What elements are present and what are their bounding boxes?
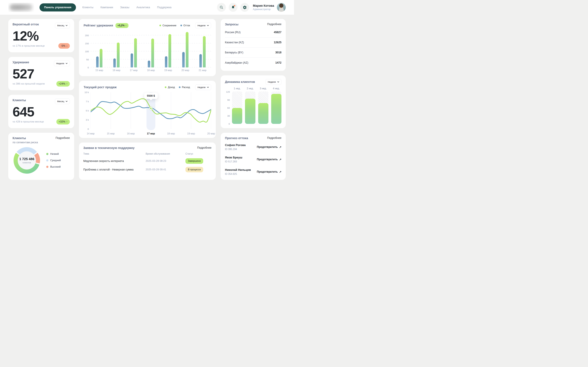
bar-group [108,31,125,67]
more-link[interactable]: Подробнее [56,136,70,140]
period-select[interactable]: Месяц [55,99,70,104]
arrow-up-icon: ↑ [125,24,127,27]
more-link[interactable]: Подробнее [267,136,281,140]
period-select[interactable]: Месяц [55,23,70,28]
card-subtitle: по сегментам риска [13,141,70,144]
x-tick-label: 18 мар [167,132,175,135]
nav-item-заказы[interactable]: Заказы [120,6,130,9]
support-table: Тема Время обслуживания Статус Медленная… [83,152,211,172]
churn-bar [182,52,185,67]
y-tick-label: 0 [229,123,230,125]
delta-badge: +24%↑ [56,81,70,87]
col-time: Время обслуживания [146,152,185,155]
prevent-label: Предотвратить [257,158,278,161]
period-select[interactable]: Неделя [195,84,211,90]
chart-tooltip: 5500 $ [144,93,158,99]
notifications-button[interactable] [229,3,237,12]
list-item: Казахстан (KZ)12625 [225,37,281,48]
nav-item-кампании[interactable]: Кампании [100,6,113,9]
x-tick-label: 19 мар [160,69,177,72]
period-value: Неделя [268,81,276,83]
prevent-link[interactable]: Предотвратить↗ [257,145,281,149]
y-axis: 050100150200 [84,31,91,67]
legend-item-income: Доход [165,86,175,89]
search-button[interactable] [217,3,226,12]
kpi-card-clients: Клиенты Месяц 645 vs 428 в прошлом месяц… [8,95,74,128]
list-item: Азербайджан (AZ)1472 [225,58,281,68]
legend-item-retention: Сохранение [159,24,176,27]
retention-bar [186,32,189,67]
dashboard-grid: Вероятный отток Месяц 12% vs 17% в прошл… [0,15,294,184]
y-tick-label: 3 k [86,118,89,121]
card-title: Прогноз оттока [225,136,248,140]
retention-bar [151,39,154,67]
client-id: ID 395.194 [225,148,246,151]
avatar[interactable] [277,3,286,12]
more-link[interactable]: Подробнее [197,146,211,150]
prevent-link[interactable]: Предотвратить↗ [257,170,281,174]
y-tick-label: 50 [86,58,89,61]
y-tick-label: 7 k [86,100,89,103]
y-tick-label: 5 k [86,109,89,112]
header-actions: Мария Котова Администратор [217,3,286,12]
client-dynamics-card: Динамика клиентов Неделя 1 нед.2 нед.3 н… [221,75,286,128]
x-tick-label: 15 мар [107,132,115,135]
legend-dot [179,86,181,88]
status-badge: В процессе [185,167,203,172]
search-icon [219,5,223,9]
arrow-up-right-icon: ↗ [279,170,281,174]
user-name: Мария Котова [253,4,274,8]
support-tickets-card: Заявки в техническую поддержку Подробнее… [79,142,216,180]
bar-column [232,92,242,124]
bar-group [160,31,177,67]
chevron-down-icon [66,63,68,64]
y-tick-label: 60 [227,107,230,109]
client-name: София Рогова [225,143,246,147]
legend-dot [159,25,161,26]
arrow-up-right-icon: ↗ [279,145,281,149]
y-axis: 0306090120 [225,92,232,124]
risk-segments-card: Клиенты Подробнее по сегментам риска [8,133,74,180]
sales-line-chart: 5500 $ [91,92,211,130]
card-title: Динамика клиентов [225,80,255,84]
ticket-time: 2025-03-28 09:41 [146,168,185,171]
period-select[interactable]: Неделя [266,79,281,85]
prevent-link[interactable]: Предотвратить↗ [257,158,281,161]
main-nav: КлиентыКампанииЗаказыАналитикаПоддержка [82,6,172,9]
more-link[interactable]: Подробнее [267,23,281,26]
nav-item-поддержка[interactable]: Поддержка [157,6,172,9]
user-menu[interactable]: Мария Котова Администратор [253,4,274,11]
settings-button[interactable] [240,3,249,12]
tab-dashboard[interactable]: Панель управления [40,3,76,11]
y-tick-label: 150 [85,42,89,45]
nav-item-клиенты[interactable]: Клиенты [82,6,93,9]
period-select[interactable]: Неделя [195,23,211,28]
legend-item-mid: Средний [46,159,61,162]
nav-item-аналитика[interactable]: Аналитика [137,6,150,9]
retention-bar-chart [91,31,211,67]
retention-bar [203,36,206,67]
arrow-up-icon: ↑ [66,120,68,123]
client-id: ID 517.283 [225,160,242,163]
retention-bar [100,49,103,67]
table-row: Медленная скорость интернета2025-03-28 0… [83,158,211,164]
churn-forecast-card: Прогноз оттока Подробнее София РоговаID … [221,133,286,180]
client-name: Николай Нильцов [225,168,251,172]
chart-title: Текущий рост продаж [84,85,117,89]
forecast-list: София РоговаID 395.194Предотвратить↗Яков… [225,141,281,178]
logo[interactable] [8,3,34,12]
kpi-compare: vs 386 на прошлой неделе [13,82,45,85]
x-axis: 15 мар16 мар17 мар18 мар19 мар20 мар21 м… [91,69,211,72]
bar-column [258,92,268,124]
col-status: Статус [185,152,211,155]
bars-row [91,31,211,67]
period-select[interactable]: Неделя [54,60,70,66]
arrow-up-right-icon: ↗ [279,158,281,161]
x-tick-label: 17 мар [125,69,142,72]
table-header: Тема Время обслуживания Статус [83,152,211,155]
prevent-label: Предотвратить [257,170,278,173]
kpi-value: 645 [13,105,70,118]
client-info: София РоговаID 395.194 [225,143,246,151]
bar-group [177,31,194,67]
legend-item-churn: Отток [180,24,190,27]
